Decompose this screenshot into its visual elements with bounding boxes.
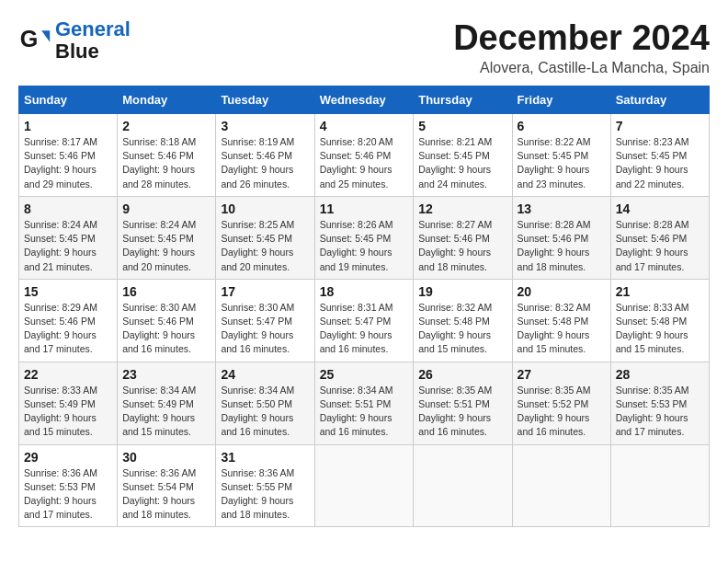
calendar-week-row: 29Sunrise: 8:36 AMSunset: 5:53 PMDayligh…: [19, 444, 710, 527]
calendar-cell: 15Sunrise: 8:29 AMSunset: 5:46 PMDayligh…: [19, 279, 118, 362]
day-info: Sunrise: 8:30 AMSunset: 5:47 PMDaylight:…: [221, 301, 309, 357]
day-number: 2: [122, 119, 210, 133]
calendar-cell: 12Sunrise: 8:27 AMSunset: 5:46 PMDayligh…: [414, 196, 512, 279]
day-number: 17: [221, 284, 309, 299]
calendar-subtitle: Alovera, Castille-La Mancha, Spain: [453, 60, 710, 76]
day-number: 12: [418, 201, 506, 216]
calendar-cell: 3Sunrise: 8:19 AMSunset: 5:46 PMDaylight…: [216, 114, 314, 197]
day-number: 29: [24, 450, 112, 465]
day-number: 28: [616, 367, 704, 382]
calendar-cell: 16Sunrise: 8:30 AMSunset: 5:46 PMDayligh…: [118, 279, 216, 362]
day-number: 1: [24, 119, 112, 133]
day-info: Sunrise: 8:30 AMSunset: 5:46 PMDaylight:…: [122, 301, 210, 357]
logo-text: General Blue: [55, 18, 131, 63]
day-info: Sunrise: 8:22 AMSunset: 5:45 PMDaylight:…: [518, 135, 606, 191]
day-info: Sunrise: 8:27 AMSunset: 5:46 PMDaylight:…: [418, 218, 506, 274]
day-number: 7: [616, 119, 704, 133]
day-info: Sunrise: 8:18 AMSunset: 5:46 PMDaylight:…: [122, 135, 210, 191]
calendar-cell: 30Sunrise: 8:36 AMSunset: 5:54 PMDayligh…: [118, 444, 216, 527]
day-number: 24: [221, 367, 309, 382]
calendar-cell: 17Sunrise: 8:30 AMSunset: 5:47 PMDayligh…: [216, 279, 314, 362]
day-info: Sunrise: 8:35 AMSunset: 5:51 PMDaylight:…: [418, 384, 506, 440]
calendar-cell: 5Sunrise: 8:21 AMSunset: 5:45 PMDaylight…: [414, 114, 512, 197]
calendar-week-row: 1Sunrise: 8:17 AMSunset: 5:46 PMDaylight…: [19, 114, 710, 197]
day-number: 15: [24, 284, 112, 299]
calendar-cell: 8Sunrise: 8:24 AMSunset: 5:45 PMDaylight…: [19, 196, 118, 279]
calendar-table: SundayMondayTuesdayWednesdayThursdayFrid…: [18, 86, 710, 527]
day-info: Sunrise: 8:25 AMSunset: 5:45 PMDaylight:…: [221, 218, 309, 274]
day-number: 18: [320, 284, 409, 299]
day-number: 13: [518, 201, 606, 216]
svg-marker-1: [41, 30, 50, 42]
calendar-week-row: 8Sunrise: 8:24 AMSunset: 5:45 PMDaylight…: [19, 196, 710, 279]
day-info: Sunrise: 8:29 AMSunset: 5:46 PMDaylight:…: [24, 301, 112, 357]
day-number: 23: [122, 367, 210, 382]
day-info: Sunrise: 8:26 AMSunset: 5:45 PMDaylight:…: [320, 218, 409, 274]
day-info: Sunrise: 8:36 AMSunset: 5:53 PMDaylight:…: [24, 466, 112, 523]
calendar-week-row: 15Sunrise: 8:29 AMSunset: 5:46 PMDayligh…: [19, 279, 710, 362]
calendar-cell: 2Sunrise: 8:18 AMSunset: 5:46 PMDaylight…: [118, 114, 216, 197]
day-info: Sunrise: 8:33 AMSunset: 5:49 PMDaylight:…: [24, 384, 112, 440]
day-info: Sunrise: 8:31 AMSunset: 5:47 PMDaylight:…: [320, 301, 409, 357]
day-header-friday: Friday: [512, 86, 610, 114]
calendar-cell: 19Sunrise: 8:32 AMSunset: 5:48 PMDayligh…: [414, 279, 512, 362]
calendar-cell: 25Sunrise: 8:34 AMSunset: 5:51 PMDayligh…: [314, 362, 414, 444]
day-header-thursday: Thursday: [414, 86, 512, 114]
day-info: Sunrise: 8:32 AMSunset: 5:48 PMDaylight:…: [418, 301, 506, 357]
day-number: 21: [616, 284, 704, 299]
calendar-cell: 18Sunrise: 8:31 AMSunset: 5:47 PMDayligh…: [314, 279, 414, 362]
day-header-wednesday: Wednesday: [314, 86, 414, 114]
day-number: 5: [418, 119, 506, 133]
day-info: Sunrise: 8:34 AMSunset: 5:49 PMDaylight:…: [122, 384, 210, 440]
calendar-cell: 14Sunrise: 8:28 AMSunset: 5:46 PMDayligh…: [610, 196, 709, 279]
day-info: Sunrise: 8:34 AMSunset: 5:50 PMDaylight:…: [221, 384, 309, 440]
day-number: 10: [221, 201, 309, 216]
day-number: 30: [122, 450, 210, 465]
day-number: 20: [518, 284, 606, 299]
calendar-cell: 20Sunrise: 8:32 AMSunset: 5:48 PMDayligh…: [512, 279, 610, 362]
day-info: Sunrise: 8:21 AMSunset: 5:45 PMDaylight:…: [418, 135, 506, 191]
day-info: Sunrise: 8:33 AMSunset: 5:48 PMDaylight:…: [616, 301, 704, 357]
calendar-title: December 2024: [453, 18, 710, 58]
calendar-cell: 27Sunrise: 8:35 AMSunset: 5:52 PMDayligh…: [512, 362, 610, 444]
calendar-cell: 4Sunrise: 8:20 AMSunset: 5:46 PMDaylight…: [314, 114, 414, 197]
calendar-cell: 24Sunrise: 8:34 AMSunset: 5:50 PMDayligh…: [216, 362, 314, 444]
day-header-tuesday: Tuesday: [216, 86, 314, 114]
day-info: Sunrise: 8:20 AMSunset: 5:46 PMDaylight:…: [320, 135, 409, 191]
calendar-cell: [610, 444, 709, 527]
day-info: Sunrise: 8:28 AMSunset: 5:46 PMDaylight:…: [616, 218, 704, 274]
day-number: 19: [418, 284, 506, 299]
day-number: 14: [616, 201, 704, 216]
logo-icon: G: [18, 24, 51, 57]
day-number: 25: [320, 367, 409, 382]
day-number: 26: [418, 367, 506, 382]
page-header: G General Blue December 2024 Alovera, Ca…: [18, 18, 710, 76]
day-number: 22: [24, 367, 112, 382]
day-info: Sunrise: 8:19 AMSunset: 5:46 PMDaylight:…: [221, 135, 309, 191]
calendar-cell: 1Sunrise: 8:17 AMSunset: 5:46 PMDaylight…: [19, 114, 118, 197]
day-info: Sunrise: 8:24 AMSunset: 5:45 PMDaylight:…: [24, 218, 112, 274]
day-number: 3: [221, 119, 309, 133]
day-info: Sunrise: 8:32 AMSunset: 5:48 PMDaylight:…: [518, 301, 606, 357]
day-header-monday: Monday: [118, 86, 216, 114]
day-info: Sunrise: 8:23 AMSunset: 5:45 PMDaylight:…: [616, 135, 704, 191]
day-number: 4: [320, 119, 409, 133]
calendar-cell: 23Sunrise: 8:34 AMSunset: 5:49 PMDayligh…: [118, 362, 216, 444]
calendar-cell: 28Sunrise: 8:35 AMSunset: 5:53 PMDayligh…: [610, 362, 709, 444]
day-number: 9: [122, 201, 210, 216]
svg-text:G: G: [20, 26, 39, 52]
day-number: 8: [24, 201, 112, 216]
calendar-cell: [414, 444, 512, 527]
day-info: Sunrise: 8:36 AMSunset: 5:54 PMDaylight:…: [122, 466, 210, 523]
day-number: 16: [122, 284, 210, 299]
day-header-sunday: Sunday: [19, 86, 118, 114]
day-number: 11: [320, 201, 409, 216]
calendar-cell: [512, 444, 610, 527]
calendar-cell: 31Sunrise: 8:36 AMSunset: 5:55 PMDayligh…: [216, 444, 314, 527]
calendar-cell: [314, 444, 414, 527]
day-header-saturday: Saturday: [610, 86, 709, 114]
title-block: December 2024 Alovera, Castille-La Manch…: [453, 18, 710, 76]
day-info: Sunrise: 8:36 AMSunset: 5:55 PMDaylight:…: [221, 466, 309, 523]
calendar-cell: 13Sunrise: 8:28 AMSunset: 5:46 PMDayligh…: [512, 196, 610, 279]
day-info: Sunrise: 8:17 AMSunset: 5:46 PMDaylight:…: [24, 135, 112, 191]
